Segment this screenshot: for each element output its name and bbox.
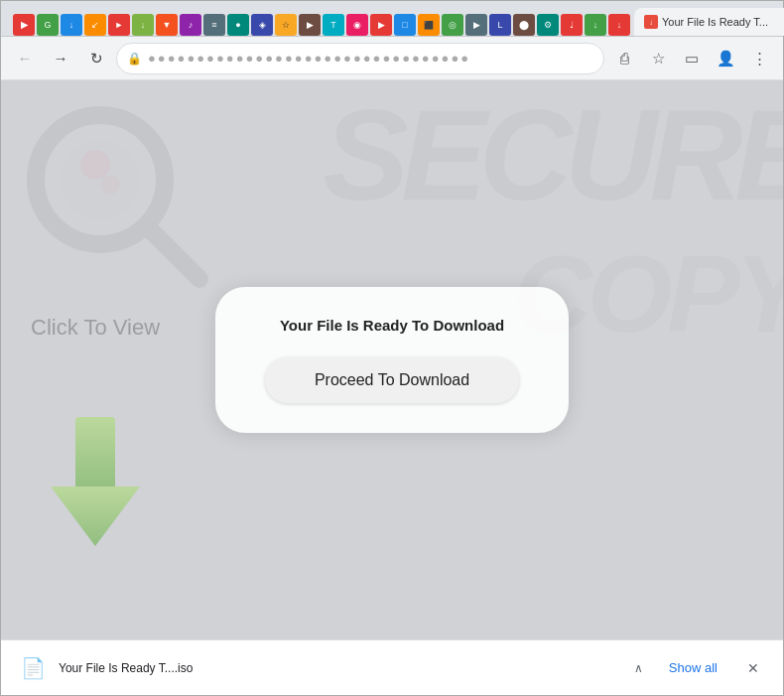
download-card: Your File Is Ready To Download Proceed T… — [215, 287, 569, 433]
content-area: SECURE COPY — [1, 80, 783, 639]
ext-icon-8[interactable]: ♪ — [180, 14, 201, 36]
file-ready-text: Your File Is Ready To Download — [280, 317, 504, 334]
user-button[interactable]: 👤 — [710, 43, 741, 74]
ext-icon-17[interactable]: □ — [394, 14, 416, 36]
ext-icon-13[interactable]: ▶ — [299, 14, 321, 36]
ext-icon-25[interactable]: ↓ — [585, 14, 606, 36]
ext-icon-3[interactable]: ↓ — [61, 14, 82, 36]
download-chevron-button[interactable]: ∧ — [630, 657, 647, 679]
ext-icon-active[interactable]: ↓ — [608, 14, 630, 36]
ext-icon-21[interactable]: L — [489, 14, 511, 36]
title-bar: ▶ G ↓ ↙ ► ↓ ▼ ♪ ≡ ● ◈ ☆ ▶ T ◉ ▶ □ ⬛ ◎ ▶ — [1, 1, 783, 37]
ext-icon-20[interactable]: ▶ — [465, 14, 487, 36]
ext-icon-6[interactable]: ↓ — [132, 14, 154, 36]
ext-icon-24[interactable]: ♩ — [561, 14, 583, 36]
download-info: Your File Is Ready T....iso — [59, 661, 620, 675]
menu-button[interactable]: ⋮ — [743, 43, 775, 74]
svg-rect-5 — [75, 417, 115, 491]
toolbar-actions: ⎙ ☆ ▭ 👤 ⋮ — [608, 43, 775, 74]
address-bar[interactable]: 🔒 ●●●●●●●●●●●●●●●●●●●●●●●●●●●●●●●●● — [116, 43, 604, 74]
ext-icon-11[interactable]: ◈ — [251, 14, 273, 36]
ext-icon-18[interactable]: ⬛ — [418, 14, 440, 36]
ext-icon-16[interactable]: ▶ — [370, 14, 392, 36]
ext-icon-4[interactable]: ↙ — [84, 14, 106, 36]
ext-icon-23[interactable]: ⚙ — [537, 14, 559, 36]
click-to-view-text: Click To View — [31, 315, 160, 341]
ext-icon-9[interactable]: ≡ — [203, 14, 225, 36]
watermark-text: SECURE — [323, 90, 783, 219]
svg-point-3 — [80, 150, 110, 180]
download-filename: Your File Is Ready T....iso — [59, 661, 620, 675]
ext-icon-5[interactable]: ► — [108, 14, 130, 36]
svg-point-4 — [100, 175, 120, 195]
reload-button[interactable]: ↻ — [80, 43, 112, 74]
address-text: ●●●●●●●●●●●●●●●●●●●●●●●●●●●●●●●●● — [148, 51, 593, 66]
lock-icon: 🔒 — [127, 52, 142, 66]
ext-icon-7[interactable]: ▼ — [156, 14, 178, 36]
ext-icon-12[interactable]: ☆ — [275, 14, 297, 36]
extensions-bar: ▶ G ↓ ↙ ► ↓ ▼ ♪ ≡ ● ◈ ☆ ▶ T ◉ ▶ □ ⬛ ◎ ▶ — [13, 14, 630, 36]
active-tab[interactable]: ↓ Your File Is Ready T... ✕ — [634, 8, 784, 36]
back-button[interactable]: ← — [9, 43, 41, 74]
ext-icon-14[interactable]: T — [323, 14, 344, 36]
watermark-search-icon — [21, 100, 219, 303]
watermark-arrow — [41, 417, 150, 560]
proceed-to-download-button[interactable]: Proceed To Download — [265, 357, 519, 403]
download-close-button[interactable]: ✕ — [739, 654, 767, 682]
download-file-icon: 📄 — [17, 652, 49, 684]
tab-favicon: ↓ — [644, 15, 658, 29]
tab-groups-button[interactable]: ▭ — [676, 43, 708, 74]
ext-icon-1[interactable]: ▶ — [13, 14, 35, 36]
ext-icon-22[interactable]: ⬤ — [513, 14, 535, 36]
ext-icon-15[interactable]: ◉ — [346, 14, 368, 36]
ext-icon-10[interactable]: ● — [227, 14, 249, 36]
download-bar: 📄 Your File Is Ready T....iso ∧ Show all… — [1, 639, 783, 695]
bookmark-button[interactable]: ☆ — [642, 43, 674, 74]
tab-strip: ▶ G ↓ ↙ ► ↓ ▼ ♪ ≡ ● ◈ ☆ ▶ T ◉ ▶ □ ⬛ ◎ ▶ — [9, 1, 784, 36]
svg-line-2 — [150, 229, 199, 279]
ext-icon-19[interactable]: ◎ — [442, 14, 463, 36]
tab-title: Your File Is Ready T... — [662, 16, 783, 28]
browser-window: ▶ G ↓ ↙ ► ↓ ▼ ♪ ≡ ● ◈ ☆ ▶ T ◉ ▶ □ ⬛ ◎ ▶ — [0, 0, 784, 696]
toolbar: ← → ↻ 🔒 ●●●●●●●●●●●●●●●●●●●●●●●●●●●●●●●●… — [1, 37, 783, 80]
show-all-button[interactable]: Show all — [657, 652, 729, 683]
ext-icon-2[interactable]: G — [37, 14, 59, 36]
share-button[interactable]: ⎙ — [608, 43, 640, 74]
forward-button[interactable]: → — [45, 43, 76, 74]
svg-marker-6 — [51, 487, 140, 546]
